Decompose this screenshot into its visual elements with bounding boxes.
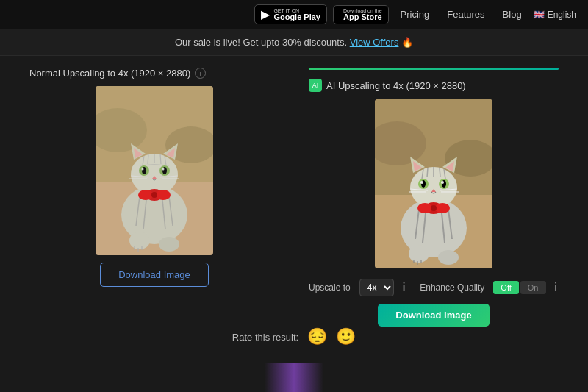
ai-controls: Upscale to 4x 2x 8x i Enhance Quality Of…: [309, 279, 557, 296]
ai-download-button[interactable]: Download Image: [378, 304, 489, 327]
ai-icon-badge: AI: [309, 79, 322, 92]
app-store-text: Download on the App Store: [343, 8, 382, 21]
svg-point-67: [431, 205, 437, 211]
normal-image-container: [96, 86, 213, 255]
normal-download-button[interactable]: Download Image: [100, 263, 209, 287]
happy-rating-button[interactable]: 🙂: [336, 327, 356, 346]
enhance-quality-toggle: Off On: [493, 281, 545, 294]
svg-point-17: [162, 167, 167, 174]
main-content: Normal Upscaling to 4x (1920 × 2880) i: [0, 56, 588, 338]
svg-point-16: [142, 167, 146, 174]
ai-panel-header: AI AI Upscaling to 4x (1920 × 2880): [309, 79, 466, 92]
normal-info-icon[interactable]: i: [195, 68, 206, 79]
features-link[interactable]: Features: [441, 9, 490, 20]
google-play-button[interactable]: ▶ GET IT ON Google Play: [254, 4, 327, 24]
ai-panel-indicator: [309, 68, 559, 70]
svg-point-19: [162, 168, 165, 171]
normal-upscaling-panel: Normal Upscaling to 4x (1920 × 2880) i: [29, 68, 279, 287]
upscale-select[interactable]: 4x 2x 8x: [359, 279, 394, 296]
svg-point-58: [441, 181, 444, 184]
app-store-button[interactable]: Download on the App Store: [333, 5, 389, 24]
sale-banner: Our sale is live! Get upto 30% discounts…: [0, 29, 588, 56]
blog-link[interactable]: Blog: [497, 9, 528, 20]
view-offers-link[interactable]: View Offers: [350, 37, 399, 48]
ai-image-container: [375, 99, 492, 268]
rating-section: Rate this result: 😔 🙂: [0, 327, 588, 346]
toggle-off-button[interactable]: Off: [493, 281, 518, 294]
language-selector[interactable]: 🇬🇧 English: [534, 10, 576, 20]
ai-cat-image: [375, 99, 492, 268]
google-play-text: GET IT ON Google Play: [273, 8, 320, 21]
ai-upscaling-panel: AI AI Upscaling to 4x (1920 × 2880): [309, 68, 559, 327]
fire-emoji: 🔥: [401, 37, 413, 48]
svg-point-18: [142, 168, 144, 171]
sad-rating-button[interactable]: 😔: [307, 327, 327, 346]
google-play-icon: ▶: [261, 7, 270, 21]
svg-point-29: [129, 232, 150, 249]
normal-cat-image: [96, 86, 213, 255]
svg-point-65: [417, 203, 432, 213]
quality-info-icon[interactable]: i: [555, 281, 558, 294]
svg-point-66: [435, 203, 450, 213]
svg-line-74: [427, 168, 428, 177]
svg-line-76: [440, 168, 440, 177]
pricing-link[interactable]: Pricing: [395, 9, 436, 20]
flag-icon: 🇬🇧: [534, 10, 545, 20]
svg-point-28: [151, 192, 157, 198]
svg-point-57: [420, 181, 423, 184]
upscale-info-icon[interactable]: i: [403, 281, 406, 294]
bottom-bar: [0, 363, 588, 392]
toggle-on-button[interactable]: On: [520, 281, 546, 294]
svg-point-26: [138, 190, 153, 200]
svg-point-68: [409, 245, 429, 263]
svg-point-69: [438, 250, 459, 265]
svg-point-30: [159, 237, 179, 252]
svg-point-27: [156, 190, 171, 200]
navbar: ▶ GET IT ON Google Play Download on the …: [0, 0, 588, 29]
normal-panel-header: Normal Upscaling to 4x (1920 × 2880) i: [29, 68, 206, 79]
